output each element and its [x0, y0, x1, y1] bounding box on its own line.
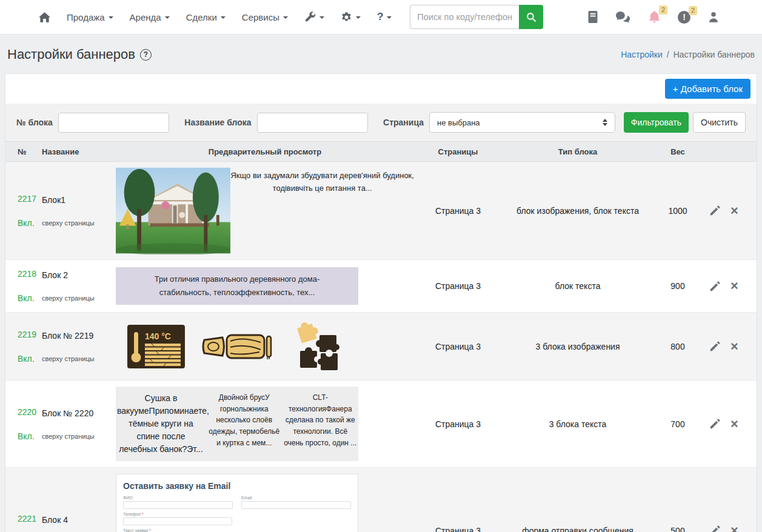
- block-weight: 700: [653, 419, 702, 429]
- block-type: блок текста: [502, 281, 653, 291]
- status-toggle[interactable]: Вкл.: [18, 354, 42, 364]
- block-pages: Страница 3: [414, 342, 502, 351]
- page-title-text: Настройки баннеров: [7, 47, 135, 62]
- delete-icon[interactable]: ×: [730, 279, 738, 293]
- form-fio-input: [123, 501, 233, 509]
- table-row: 2220 Вкл. Блок № 2220 сверху страницы Су…: [5, 381, 757, 468]
- delete-icon[interactable]: ×: [730, 524, 738, 532]
- edit-icon[interactable]: [709, 205, 721, 216]
- block-id-link[interactable]: 2221: [18, 514, 42, 524]
- menu-item-sales[interactable]: Продажа: [67, 12, 113, 22]
- wood-plank-image: [201, 329, 273, 364]
- filter-button[interactable]: Фильтровать: [624, 112, 689, 133]
- status-toggle[interactable]: Вкл.: [18, 293, 42, 303]
- clear-button[interactable]: Очистить: [693, 112, 746, 133]
- block-type: форма отправки сообщения: [502, 526, 653, 532]
- col-header-pages: Страницы: [414, 147, 502, 156]
- page-header: Настройки баннеров ? Настройки / Настрой…: [0, 35, 762, 73]
- search-button[interactable]: [519, 5, 543, 29]
- col-header-num: №: [5, 147, 42, 156]
- home-icon: [39, 12, 50, 23]
- alerts-button[interactable]: ! 2: [678, 11, 690, 24]
- settings-menu[interactable]: [341, 12, 361, 23]
- page-select[interactable]: не выбрана: [429, 112, 615, 133]
- user-icon: [707, 11, 720, 23]
- status-toggle[interactable]: Вкл.: [18, 431, 42, 441]
- preview-text: Двойной брусУ горнолыжника несколько сло…: [207, 392, 281, 456]
- wrench-icon: [304, 12, 316, 23]
- journal-button[interactable]: [587, 11, 598, 23]
- notifications-badge: 2: [659, 5, 667, 15]
- main-menu: Продажа Аренда Сделки Сервисы ?: [39, 11, 392, 23]
- card-toolbar: + Добавить блок: [5, 74, 757, 104]
- preview-text-block: Три отличия правильного деревянного дома…: [116, 267, 358, 305]
- edit-icon[interactable]: [709, 341, 721, 352]
- block-weight: 800: [653, 342, 702, 351]
- form-message-label: Текст заявки *: [123, 528, 351, 532]
- form-fio-label: ФИО: [123, 496, 233, 500]
- top-navbar: Продажа Аренда Сделки Сервисы ?: [0, 0, 762, 35]
- delete-icon[interactable]: ×: [730, 204, 738, 218]
- delete-icon[interactable]: ×: [730, 417, 738, 431]
- block-weight: 1000: [653, 206, 702, 216]
- chevron-down-icon: [109, 16, 113, 19]
- block-position: сверху страницы: [42, 355, 116, 362]
- block-name: Блок1: [42, 195, 116, 205]
- table-header: № Название Предварительный просмотр Стра…: [5, 141, 757, 162]
- tools-menu[interactable]: [304, 12, 324, 23]
- col-header-type: Тип блока: [502, 147, 653, 156]
- edit-icon[interactable]: [709, 525, 721, 532]
- help-circle-icon[interactable]: ?: [140, 49, 152, 61]
- home-button[interactable]: [39, 12, 50, 23]
- preview-image-text: Якщо ви задумали збудувати дерев'яний бу…: [116, 162, 414, 259]
- block-weight: 900: [653, 281, 702, 291]
- preview-three-images: 140 °C: [116, 313, 414, 380]
- block-id-link[interactable]: 2218: [18, 269, 42, 279]
- preview-email-form: Оставить заявку на Email ФИО Email Телеф…: [116, 474, 358, 532]
- alerts-badge: 2: [689, 6, 697, 15]
- chevron-down-icon: [165, 16, 170, 19]
- block-id-link[interactable]: 2220: [18, 407, 42, 417]
- preview-three-texts: Сушка в вакуумеПрипоминаете, тёмные круг…: [116, 387, 358, 461]
- form-title: Оставить заявку на Email: [123, 481, 351, 491]
- table-row: 2217 Вкл. Блок1 сверху страницы: [5, 162, 757, 260]
- block-name: Блок 4: [42, 515, 116, 525]
- delete-icon[interactable]: ×: [730, 340, 738, 353]
- block-name-input[interactable]: [257, 113, 368, 133]
- puzzle-image: [294, 321, 341, 372]
- book-icon: [587, 11, 598, 23]
- block-position: сверху страницы: [42, 433, 116, 440]
- block-name: Блок № 2219: [42, 331, 116, 341]
- chevron-down-icon: [387, 16, 392, 19]
- profile-button[interactable]: [707, 11, 720, 23]
- preview-text: Сушка в вакуумеПрипоминаете, тёмные круг…: [117, 392, 205, 456]
- help-menu[interactable]: ?: [377, 11, 392, 23]
- block-id-link[interactable]: 2219: [18, 330, 42, 339]
- block-id-link[interactable]: 2217: [18, 194, 42, 204]
- form-email-input: [241, 501, 351, 509]
- add-block-button[interactable]: + Добавить блок: [665, 79, 750, 99]
- messages-button[interactable]: [615, 11, 631, 24]
- block-number-input[interactable]: [58, 113, 169, 133]
- block-pages: Страница 3: [414, 526, 502, 532]
- block-type: 3 блока изображения: [502, 342, 653, 351]
- search-input[interactable]: [410, 5, 519, 29]
- menu-label: Продажа: [67, 12, 105, 22]
- menu-item-deals[interactable]: Сделки: [186, 12, 226, 22]
- table-row: 2218 Вкл. Блок 2 сверху страницы Три отл…: [5, 260, 757, 313]
- edit-icon[interactable]: [709, 281, 721, 292]
- notifications-button[interactable]: 2: [648, 10, 661, 24]
- menu-item-services[interactable]: Сервисы: [242, 12, 288, 22]
- breadcrumb-current: Настройки баннеров: [673, 50, 755, 59]
- block-pages: Страница 3: [414, 419, 502, 429]
- breadcrumb-settings-link[interactable]: Настройки: [621, 50, 663, 59]
- block-pages: Страница 3: [414, 206, 502, 216]
- edit-icon[interactable]: [709, 418, 721, 430]
- search-icon: [526, 12, 536, 22]
- menu-item-rent[interactable]: Аренда: [130, 12, 170, 22]
- chevron-down-icon: [319, 16, 324, 19]
- page-select-value: не выбрана: [437, 118, 480, 127]
- status-toggle[interactable]: Вкл.: [18, 218, 42, 228]
- block-name: Блок № 2220: [42, 408, 116, 418]
- chat-icon: [615, 11, 631, 24]
